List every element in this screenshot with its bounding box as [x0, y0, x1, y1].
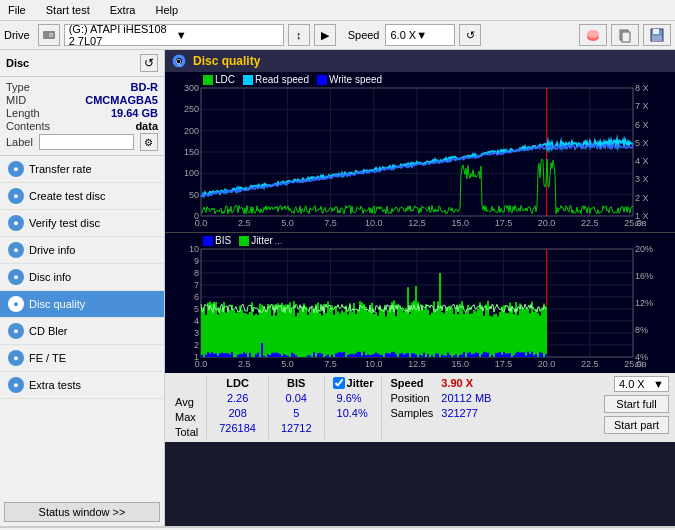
legend-writespeed: Write speed: [317, 74, 382, 85]
disc-title: Disc: [6, 57, 29, 69]
legend-jitter-extra: ...: [275, 236, 283, 246]
nav-item-create-test-disc[interactable]: ●Create test disc: [0, 183, 164, 210]
disc-label-row: Label ⚙: [6, 133, 158, 151]
nav-icon-extra-tests: ●: [8, 377, 24, 393]
erase-btn[interactable]: [579, 24, 607, 46]
menubar: File Start test Extra Help: [0, 0, 675, 21]
speed-select[interactable]: 6.0 X ▼: [385, 24, 455, 46]
nav-item-verify-test-disc[interactable]: ●Verify test disc: [0, 210, 164, 237]
legend-writespeed-label: Write speed: [329, 74, 382, 85]
samples-stat-label: Samples: [386, 406, 437, 420]
nav-label-cd-bler: CD Bler: [29, 325, 68, 337]
chart-title: Disc quality: [193, 54, 260, 68]
nav-item-extra-tests[interactable]: ●Extra tests: [0, 372, 164, 399]
menu-file[interactable]: File: [4, 2, 30, 18]
legend-ldc-label: LDC: [215, 74, 235, 85]
max-label: Max: [171, 410, 202, 424]
svg-point-2: [50, 34, 52, 36]
nav-list: ●Transfer rate●Create test disc●Verify t…: [0, 156, 164, 399]
disc-length-label: Length: [6, 107, 40, 119]
position-stat-value: 20112 MB: [437, 391, 495, 405]
legend-ldc: LDC: [203, 74, 235, 85]
right-panel: Q Disc quality LDC Read speed Write spee…: [165, 50, 675, 526]
status-window-btn[interactable]: Status window >>: [4, 502, 160, 522]
svg-rect-6: [622, 32, 630, 42]
nav-item-drive-info[interactable]: ●Drive info: [0, 237, 164, 264]
jitter-header: Jitter: [347, 377, 374, 389]
menu-start-test[interactable]: Start test: [42, 2, 94, 18]
legend-writespeed-color: [317, 75, 327, 85]
jitter-avg: 9.6%: [329, 391, 378, 405]
samples-stat-value: 321277: [437, 406, 495, 420]
nav-label-verify-test-disc: Verify test disc: [29, 217, 100, 229]
ldc-total: 726184: [211, 421, 264, 435]
legend-ldc-color: [203, 75, 213, 85]
nav-item-disc-quality[interactable]: ●Disc quality: [0, 291, 164, 318]
legend-bis: BIS: [203, 235, 231, 246]
nav-icon-disc-quality: ●: [8, 296, 24, 312]
nav-item-cd-bler[interactable]: ●CD Bler: [0, 318, 164, 345]
legend-jitter-color: [239, 236, 249, 246]
avg-label: Avg: [171, 395, 202, 409]
nav-label-disc-info: Disc info: [29, 271, 71, 283]
disc-length-value: 19.64 GB: [111, 107, 158, 119]
disc-label-btn[interactable]: ⚙: [140, 133, 158, 151]
bottom-legend: BIS Jitter ...: [203, 235, 282, 246]
nav-item-fe-te[interactable]: ●FE / TE: [0, 345, 164, 372]
drive-arrow-btn[interactable]: ▶: [314, 24, 336, 46]
stats-bar: Avg Max Total LDC 2.26 208 726184 BIS 0.…: [165, 372, 675, 442]
disc-contents-label: Contents: [6, 120, 50, 132]
bottom-chart-canvas: [165, 233, 675, 373]
disc-type-label: Type: [6, 81, 30, 93]
speed-stat-header: Speed: [386, 376, 437, 390]
start-full-btn[interactable]: Start full: [604, 395, 669, 413]
speed-dropdown[interactable]: 4.0 X ▼: [614, 376, 669, 392]
bottom-bar: Test completed 100.0% 28:45: [0, 526, 675, 530]
ldc-header: LDC: [218, 376, 257, 390]
disc-label-input[interactable]: [39, 134, 134, 150]
speed-stat-value: 3.90 X: [437, 376, 495, 390]
legend-jitter: Jitter ...: [239, 235, 282, 246]
disc-info-table: Type BD-R MID CMCMAGBA5 Length 19.64 GB …: [0, 77, 164, 156]
save-btn[interactable]: [643, 24, 671, 46]
nav-item-disc-info[interactable]: ●Disc info: [0, 264, 164, 291]
disc-quality-icon: Q: [171, 53, 187, 69]
speed-dropdown-arrow: ▼: [653, 378, 664, 390]
nav-label-extra-tests: Extra tests: [29, 379, 81, 391]
disc-label-label: Label: [6, 136, 33, 148]
disc-mid-label: MID: [6, 94, 26, 106]
drive-icon-btn[interactable]: [38, 24, 60, 46]
svg-rect-9: [652, 36, 662, 41]
nav-label-create-test-disc: Create test disc: [29, 190, 105, 202]
disc-refresh-btn[interactable]: ↺: [140, 54, 158, 72]
right-controls: 4.0 X ▼ Start full Start part: [604, 376, 669, 439]
nav-icon-transfer-rate: ●: [8, 161, 24, 177]
menu-extra[interactable]: Extra: [106, 2, 140, 18]
speed-pos-col: Speed Position Samples: [386, 376, 437, 439]
speed-apply-btn[interactable]: ↺: [459, 24, 481, 46]
ldc-max: 208: [220, 406, 254, 420]
disc-type-row: Type BD-R: [6, 81, 158, 93]
bis-total: 12712: [273, 421, 320, 435]
start-part-btn[interactable]: Start part: [604, 416, 669, 434]
ldc-col: LDC 2.26 208 726184: [211, 376, 264, 439]
nav-item-transfer-rate[interactable]: ●Transfer rate: [0, 156, 164, 183]
speed-pos-values: 3.90 X 20112 MB 321277: [437, 376, 495, 439]
left-panel: Disc ↺ Type BD-R MID CMCMAGBA5 Length 19…: [0, 50, 165, 526]
disc-mid-row: MID CMCMAGBA5: [6, 94, 158, 106]
copy-btn[interactable]: [611, 24, 639, 46]
legend-readspeed-color: [243, 75, 253, 85]
legend-bis-color: [203, 236, 213, 246]
menu-help[interactable]: Help: [151, 2, 182, 18]
disc-mid-value: CMCMAGBA5: [85, 94, 158, 106]
drive-select[interactable]: (G:) ATAPI iHES108 2 7L07 ▼: [64, 24, 284, 46]
nav-label-fe-te: FE / TE: [29, 352, 66, 364]
bis-header: BIS: [279, 376, 313, 390]
svg-rect-8: [653, 29, 659, 34]
nav-icon-verify-test-disc: ●: [8, 215, 24, 231]
bottom-chart: BIS Jitter ...: [165, 232, 675, 372]
speed-label: Speed: [348, 29, 380, 41]
legend-readspeed: Read speed: [243, 74, 309, 85]
jitter-checkbox[interactable]: [333, 377, 345, 389]
drive-refresh-btn[interactable]: ↕: [288, 24, 310, 46]
